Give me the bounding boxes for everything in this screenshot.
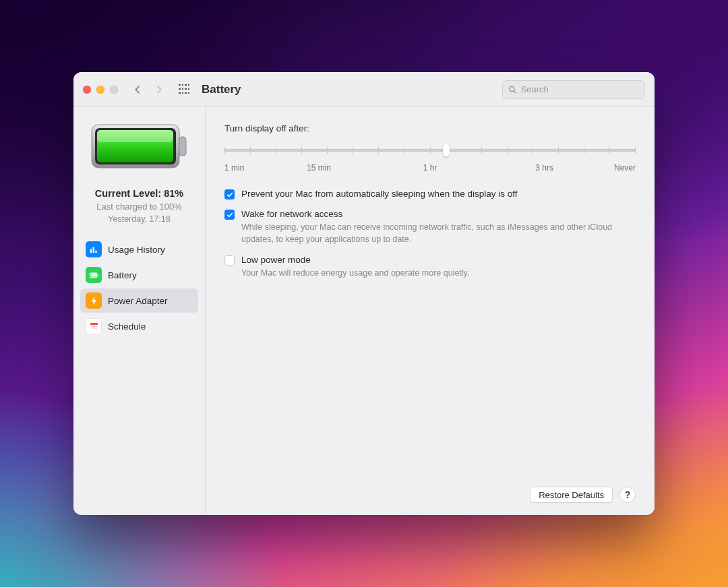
window-controls <box>83 86 118 94</box>
sidebar-item-label: Battery <box>108 270 137 280</box>
option-description: While sleeping, your Mac can receive inc… <box>241 221 626 245</box>
svg-point-17 <box>94 326 95 326</box>
close-button[interactable] <box>83 86 91 94</box>
option-row: Prevent your Mac from automatically slee… <box>224 189 636 199</box>
nav-buttons <box>133 85 164 94</box>
sidebar-item-label: Power Adapter <box>108 296 168 306</box>
svg-rect-7 <box>90 249 91 253</box>
sidebar-item-label: Schedule <box>108 321 146 332</box>
svg-rect-9 <box>95 250 96 253</box>
svg-rect-8 <box>92 247 94 252</box>
svg-rect-14 <box>90 325 97 330</box>
slider-label-3hrs: 3 hrs <box>471 163 553 173</box>
slider-labels: 1 min 15 min 1 hr 3 hrs Never <box>224 163 636 173</box>
main-pane: Turn display off after: 1 min 15 min 1 h… <box>206 107 655 515</box>
minimize-button[interactable] <box>96 86 104 94</box>
option-label: Low power mode <box>241 255 469 265</box>
options-list: Prevent your Mac from automatically slee… <box>224 189 636 279</box>
option-label: Wake for network access <box>241 209 626 219</box>
svg-point-21 <box>94 328 95 328</box>
current-level-label: Current Level: 81% <box>95 188 183 199</box>
display-off-slider[interactable] <box>224 143 636 159</box>
help-button[interactable]: ? <box>619 487 636 503</box>
svg-rect-6 <box>97 130 173 142</box>
svg-rect-11 <box>97 274 98 276</box>
forward-icon[interactable] <box>154 85 164 94</box>
slider-label-1hr: 1 hr <box>389 163 471 173</box>
sidebar-item-label: Usage History <box>108 245 165 255</box>
search-field[interactable] <box>502 80 645 99</box>
battery-icon <box>86 267 102 283</box>
last-charged-label: Last charged to 100% <box>95 202 183 212</box>
battery-image <box>90 122 189 171</box>
sidebar-item-usage-history[interactable]: Usage History <box>80 237 198 261</box>
svg-rect-3 <box>179 137 186 156</box>
zoom-button[interactable] <box>110 86 118 94</box>
battery-status: Current Level: 81% Last charged to 100% … <box>95 188 183 224</box>
back-icon[interactable] <box>133 85 142 94</box>
show-all-icon[interactable] <box>179 84 189 95</box>
svg-rect-13 <box>90 323 97 325</box>
bolt-icon <box>86 292 102 309</box>
sidebar-item-battery[interactable]: Battery <box>80 263 198 287</box>
window-body: Current Level: 81% Last charged to 100% … <box>73 107 655 515</box>
preferences-window: Battery <box>73 72 655 515</box>
calendar-icon <box>86 318 102 334</box>
svg-rect-12 <box>90 274 96 276</box>
svg-line-1 <box>514 90 516 92</box>
window-title: Battery <box>202 83 241 96</box>
sidebar-item-power-adapter[interactable]: Power Adapter <box>80 288 198 313</box>
footer: Restore Defaults ? <box>224 487 636 503</box>
option-description: Your Mac will reduce energy usage and op… <box>241 267 469 279</box>
option-row: Low power modeYour Mac will reduce energ… <box>224 255 636 279</box>
svg-point-19 <box>91 328 92 328</box>
sidebar-item-schedule[interactable]: Schedule <box>80 314 198 338</box>
slider-label-never: Never <box>553 163 636 173</box>
last-charged-time: Yesterday, 17:18 <box>95 214 183 224</box>
search-icon <box>508 85 517 94</box>
sidebar-nav: Usage HistoryBatteryPower AdapterSchedul… <box>80 237 198 338</box>
toolbar: Battery <box>73 72 655 107</box>
slider-label-min: 1 min <box>224 163 307 173</box>
slider-ticks <box>224 147 636 154</box>
svg-point-20 <box>92 328 93 328</box>
option-label: Prevent your Mac from automatically slee… <box>241 189 517 199</box>
restore-defaults-button[interactable]: Restore Defaults <box>530 487 613 503</box>
slider-heading: Turn display off after: <box>224 123 636 133</box>
slider-thumb[interactable] <box>443 144 450 157</box>
svg-point-22 <box>96 328 96 328</box>
svg-point-18 <box>96 326 96 326</box>
search-input[interactable] <box>521 84 639 94</box>
slider-label-15min: 15 min <box>307 163 389 173</box>
svg-point-16 <box>92 326 93 326</box>
option-row: Wake for network accessWhile sleeping, y… <box>224 209 636 245</box>
chart-bar-icon <box>86 241 102 257</box>
checkbox[interactable] <box>224 189 235 199</box>
svg-point-15 <box>91 326 92 326</box>
checkbox[interactable] <box>224 255 235 266</box>
checkbox[interactable] <box>224 210 235 220</box>
sidebar: Current Level: 81% Last charged to 100% … <box>73 107 206 515</box>
